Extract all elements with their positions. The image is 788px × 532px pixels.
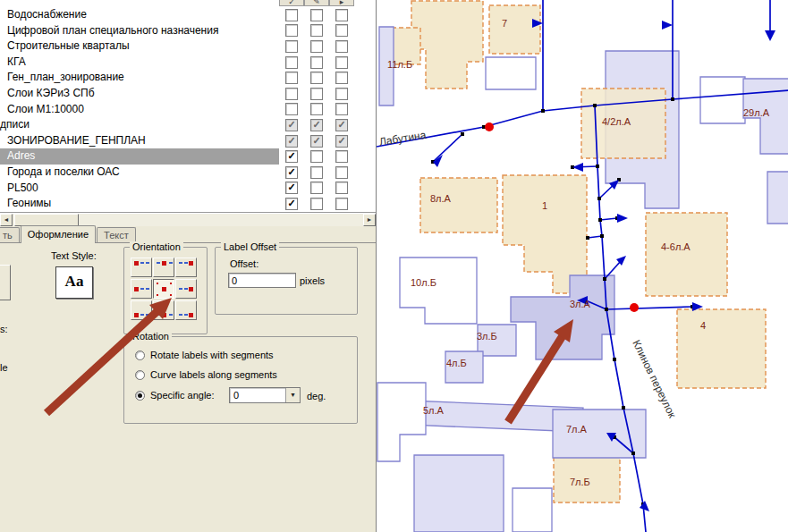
layer-visible-checkbox[interactable] [285, 56, 298, 69]
layer-name: Ген_план_зонирование [0, 70, 279, 86]
clipped-label-fragment: s: [0, 324, 8, 334]
layer-select-checkbox[interactable] [335, 119, 348, 131]
layer-edit-checkbox[interactable] [310, 40, 323, 53]
layer-row[interactable]: Города и поселки ОАС [0, 165, 376, 181]
layer-select-checkbox[interactable] [335, 72, 348, 84]
layer-select-checkbox[interactable] [335, 40, 348, 53]
layer-row[interactable]: дписи [0, 117, 376, 133]
layer-visible-checkbox[interactable] [285, 40, 298, 53]
layer-edit-checkbox[interactable] [310, 135, 323, 148]
selectable-column-icon[interactable]: ▸ [329, 0, 354, 6]
angle-combobox[interactable]: 0 ▼ [229, 387, 301, 403]
layer-edit-checkbox[interactable] [310, 103, 323, 115]
layer-visible-checkbox[interactable] [285, 166, 298, 179]
tab-clipped[interactable]: ть [0, 227, 20, 243]
orientation-button-center-selected[interactable] [153, 279, 174, 299]
layer-edit-checkbox[interactable] [310, 9, 323, 21]
orientation-button-bottom-right[interactable] [175, 300, 197, 320]
building-label: 29л.А [743, 107, 769, 118]
layer-row[interactable]: КГА [0, 55, 376, 71]
layer-select-checkbox[interactable] [335, 88, 348, 100]
orientation-button-top-left[interactable] [131, 258, 152, 277]
layer-row[interactable]: Водоснабжение [0, 7, 376, 23]
layer-name: дписи [0, 117, 279, 133]
layer-select-checkbox[interactable] [335, 24, 348, 37]
layer-row[interactable]: PL500 [0, 181, 376, 197]
scroll-left-icon[interactable]: ◄ [0, 214, 13, 226]
layer-select-checkbox[interactable] [335, 103, 348, 115]
layer-row-selected[interactable]: Adres [0, 148, 376, 165]
tab-oformlenie[interactable]: Оформление [21, 225, 96, 243]
layer-visible-checkbox[interactable] [285, 198, 298, 210]
layer-rows: Водоснабжение Цифровой план специального… [0, 7, 376, 212]
layer-visible-checkbox[interactable] [285, 119, 298, 131]
orientation-button-top-center[interactable] [153, 258, 174, 277]
orientation-button-mid-right[interactable] [175, 279, 197, 299]
layer-row[interactable]: Слои М1:10000 [0, 102, 376, 118]
layer-edit-checkbox[interactable] [310, 198, 323, 210]
scrollbar-thumb[interactable] [14, 214, 79, 226]
layer-edit-checkbox[interactable] [310, 166, 323, 179]
layer-visible-checkbox[interactable] [285, 9, 298, 21]
layer-edit-checkbox[interactable] [310, 72, 323, 84]
layer-row[interactable]: Геонимы [0, 196, 376, 212]
radio-icon[interactable] [135, 350, 145, 360]
layer-list-hscrollbar[interactable]: ◄ ► [0, 213, 376, 226]
layer-name: Adres [0, 148, 279, 165]
radio-label: Curve labels along segments [150, 369, 277, 380]
text-style-button[interactable]: Aa [55, 266, 93, 299]
scrollbar-track[interactable] [13, 214, 363, 226]
layer-edit-checkbox[interactable] [310, 119, 323, 131]
orientation-button-bottom-center[interactable] [153, 300, 174, 320]
layer-select-checkbox[interactable] [335, 182, 348, 194]
layer-row[interactable]: Слои КЭРиЗ СПб [0, 86, 376, 102]
orientation-button-mid-left[interactable] [131, 279, 152, 299]
layer-column-headers: ✓ ✎ ▸ [279, 0, 354, 7]
building-label: 10л.Б [411, 277, 436, 288]
layer-select-checkbox[interactable] [335, 150, 348, 163]
layer-select-checkbox[interactable] [335, 198, 348, 210]
scroll-right-icon[interactable]: ► [363, 214, 376, 226]
label-offset-group-title: Label Offset [221, 241, 279, 252]
radio-specific-angle[interactable]: Specific angle: [135, 390, 215, 401]
layer-visible-checkbox[interactable] [285, 72, 298, 84]
layer-row[interactable]: Строительные кварталы [0, 38, 376, 55]
layer-select-checkbox[interactable] [335, 9, 348, 21]
orientation-button-top-right[interactable] [175, 258, 197, 277]
clipped-left-button[interactable] [0, 265, 11, 300]
layer-row[interactable]: ЗОНИРОВАНИЕ_ГЕНПЛАН [0, 133, 376, 149]
layer-edit-checkbox[interactable] [310, 150, 323, 163]
radio-rotate-with-segments[interactable]: Rotate labels with segments [135, 350, 274, 360]
layer-select-checkbox[interactable] [335, 135, 348, 148]
map-canvas[interactable]: Лабутина Клинов переулок 7 11л.Б 4/2л.А … [376, 0, 788, 532]
layer-row[interactable]: Цифровой план специального назначения [0, 23, 376, 39]
layer-edit-checkbox[interactable] [310, 56, 323, 69]
radio-icon[interactable] [135, 370, 145, 380]
layer-visible-checkbox[interactable] [285, 150, 298, 163]
building-label: 4л.Б [446, 358, 467, 368]
radio-curve-along-segments[interactable]: Curve labels along segments [135, 369, 277, 380]
layer-select-checkbox[interactable] [335, 56, 348, 69]
layer-name: ЗОНИРОВАНИЕ_ГЕНПЛАН [0, 133, 279, 149]
layer-edit-checkbox[interactable] [310, 88, 323, 100]
layer-visible-checkbox[interactable] [285, 182, 298, 194]
layer-edit-checkbox[interactable] [310, 182, 323, 194]
editable-column-icon[interactable]: ✎ [304, 0, 329, 6]
rotation-group-title: Rotation [130, 331, 172, 342]
chevron-down-icon[interactable]: ▼ [285, 388, 300, 402]
radio-icon[interactable] [135, 391, 145, 401]
layer-name: Цифровой план специального назначения [0, 23, 279, 39]
layer-visible-checkbox[interactable] [285, 135, 298, 148]
layer-visible-checkbox[interactable] [285, 103, 298, 115]
layer-visible-checkbox[interactable] [285, 24, 298, 37]
layer-edit-checkbox[interactable] [310, 24, 323, 37]
layer-visible-checkbox[interactable] [285, 88, 298, 100]
offset-input[interactable] [228, 273, 296, 288]
layer-select-checkbox[interactable] [335, 166, 348, 179]
orientation-button-bottom-left[interactable] [131, 300, 152, 320]
radio-label: Specific angle: [150, 390, 215, 401]
visibility-column-icon[interactable]: ✓ [279, 0, 304, 6]
layer-name: Слои КЭРиЗ СПб [0, 86, 279, 102]
layer-name: Водоснабжение [0, 7, 279, 23]
layer-row[interactable]: Ген_план_зонирование [0, 70, 376, 86]
